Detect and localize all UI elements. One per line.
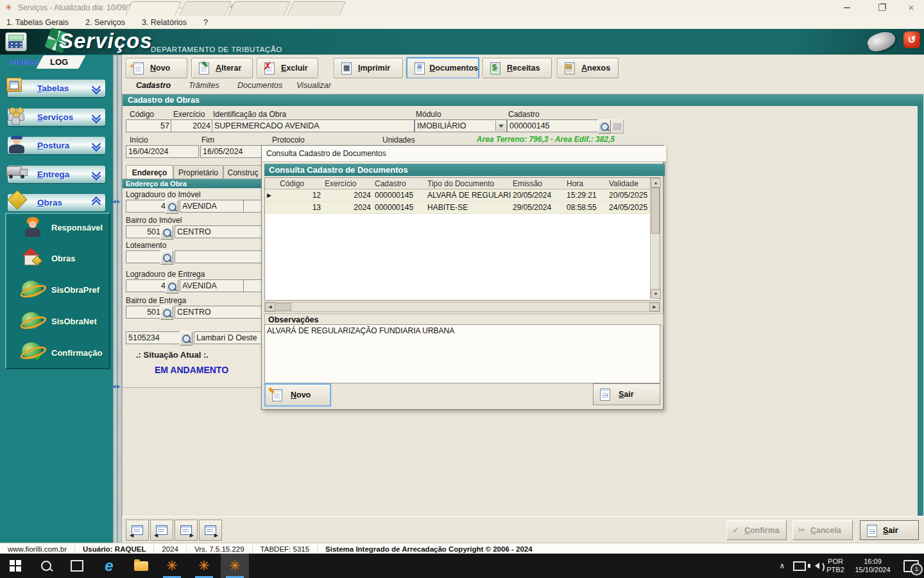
nav-previous-button[interactable]: ◀ [150, 520, 173, 541]
sidebar-item-responsavel[interactable]: Responsável [5, 215, 108, 240]
splitter-bar[interactable]: ▶ ▶ [117, 55, 122, 544]
scroll-left-icon[interactable]: ◀ [265, 302, 275, 311]
logradouro-imovel-search-button[interactable] [166, 200, 178, 214]
scrollbar-thumb[interactable] [651, 188, 660, 234]
close-button[interactable]: × [897, 0, 924, 15]
dialog-novo-button[interactable]: ✎ Novo [264, 383, 331, 407]
splitter-arrow-icon[interactable]: ▶ [117, 384, 120, 389]
network-tray-icon[interactable] [791, 554, 809, 578]
logradouro-imovel-cod-field[interactable]: 4 [126, 200, 168, 213]
language-indicator[interactable]: POR PTB2 [823, 554, 848, 578]
logradouro-entrega-search-button[interactable] [166, 279, 178, 293]
tab-documentos-label[interactable]: Documentos [237, 81, 282, 90]
bairro-entrega-search-button[interactable] [160, 306, 173, 320]
sidebar-item-postura[interactable]: Postura [8, 137, 105, 154]
cadastro-field[interactable]: 000000145 [507, 119, 601, 132]
loteamento-search-button[interactable] [160, 250, 173, 265]
sidebar-tab-log[interactable]: LOG [50, 57, 68, 67]
documentos-button[interactable]: ≡ Documentos [406, 57, 479, 79]
tray-expand-button[interactable]: ∧ [773, 554, 791, 578]
sidebar-item-obras-sub[interactable]: Obras [5, 245, 108, 271]
tab-tramites-label[interactable]: Trâmites [189, 81, 219, 90]
dialog-title-bar[interactable]: Consulta Cadastro de Documentos [262, 146, 666, 162]
task-view-button[interactable] [63, 554, 91, 578]
splitter-arrow-icon[interactable]: ◀ [112, 384, 116, 389]
app-window-button-2[interactable]: ✳ [190, 554, 218, 578]
tab-visualizar-label[interactable]: Visualizar [296, 81, 331, 90]
cadastro-search-button[interactable] [598, 119, 611, 134]
sidebar-item-servicos[interactable]: Serviços [8, 109, 105, 126]
col-tipo[interactable]: Tipo do Documento [425, 179, 511, 188]
cidade-search-button[interactable] [180, 331, 193, 346]
app-window-button-active[interactable]: ✳ [221, 554, 249, 578]
bairro-entrega-field[interactable]: CENTRO [175, 306, 266, 319]
loteamento-cod-field[interactable] [126, 250, 163, 263]
col-codigo[interactable]: Código [278, 179, 323, 188]
col-cadastro[interactable]: Cadastro [373, 179, 425, 188]
tab-documentos[interactable] [228, 1, 291, 16]
splitter-arrow-icon[interactable]: ◀ [112, 199, 116, 204]
grid-horizontal-scrollbar[interactable]: ◀ ▶ [264, 302, 660, 312]
chevron-down-icon[interactable] [91, 170, 100, 179]
observacoes-textarea[interactable]: ALVARÁ DE REGULARIZAÇÃO FUNDIARIA URBANA [264, 324, 660, 383]
menu-relatorios[interactable]: 3. Relatórios [142, 18, 187, 27]
chevron-up-icon[interactable] [91, 198, 100, 207]
identificacao-field[interactable]: SUPERMERCADO AVENIDA [212, 119, 415, 132]
col-emissao[interactable]: Emissão [511, 179, 565, 188]
sidebar-item-sisobranet[interactable]: SisObraNet [5, 308, 108, 334]
sidebar-item-sisobrapref[interactable]: SisObraPref [5, 277, 108, 302]
exercicio-field[interactable]: 2024 [171, 119, 213, 132]
taskbar-clock[interactable]: 16:09 15/10/2024 [848, 554, 897, 578]
bairro-imovel-cod-field[interactable]: 501 [126, 225, 163, 238]
power-icon[interactable]: ↺ [903, 31, 920, 48]
bairro-entrega-cod-field[interactable]: 501 [126, 306, 163, 319]
restore-button[interactable] [868, 0, 896, 15]
menu-tabelas-gerais[interactable]: 1. Tabelas Gerais [6, 18, 69, 27]
sidebar-item-confirmacao[interactable]: ✓ Confirmação [5, 340, 108, 365]
logradouro-imovel-field[interactable]: AVENIDA [180, 200, 246, 213]
nav-next-button[interactable]: ▶ [175, 520, 198, 541]
col-exercicio[interactable]: Exercício [323, 179, 373, 188]
sidebar-item-tabelas[interactable]: Tabelas [8, 80, 105, 97]
tab-cadastro-label[interactable]: Cadastro [136, 81, 171, 90]
tab-visualizar[interactable] [287, 1, 346, 16]
subtab-construcao[interactable]: Construç [223, 165, 262, 179]
tab-tramites[interactable] [179, 1, 232, 16]
scrollbar-thumb[interactable] [275, 303, 291, 311]
scroll-down-icon[interactable]: ▼ [651, 289, 661, 299]
table-row[interactable]: 13 2024 000000145 HABITE-SE 29/05/2024 0… [265, 202, 660, 214]
modulo-select[interactable]: IMOBILIÁRIO [415, 119, 507, 132]
menu-help[interactable]: ? [203, 18, 208, 27]
table-row[interactable]: ▶ 12 2024 000000145 ALVARÁ DE REGULARIZ … [265, 189, 660, 202]
col-hora[interactable]: Hora [565, 179, 607, 188]
bairro-imovel-search-button[interactable] [160, 225, 173, 240]
novo-button[interactable]: + Novo [126, 58, 187, 78]
nav-last-button[interactable]: ▶ [199, 520, 222, 541]
nav-first-button[interactable]: ◀ [126, 520, 149, 541]
dropdown-arrow-icon[interactable] [495, 121, 506, 131]
sidebar-item-obras[interactable]: Obras [8, 194, 105, 211]
scroll-right-icon[interactable]: ▶ [649, 302, 660, 311]
logradouro-entrega-field[interactable]: AVENIDA [180, 279, 246, 292]
grid-vertical-scrollbar[interactable]: ▲ ▼ [650, 178, 660, 299]
codigo-field[interactable]: 57 [126, 119, 172, 132]
logradouro-entrega-cod-field[interactable]: 4 [126, 279, 168, 292]
splitter-arrow-icon[interactable]: ▶ [117, 199, 120, 204]
menu-servicos[interactable]: 2. Serviços [85, 18, 125, 27]
tab-cadastro[interactable] [125, 1, 182, 16]
receitas-button[interactable]: $ Receitas [483, 58, 552, 78]
dialog-sair-button[interactable]: → Sair [593, 383, 660, 405]
notification-center-button[interactable]: 1 [897, 554, 924, 578]
sidebar-tab-atalhos[interactable]: Atalhos [9, 57, 40, 67]
start-button[interactable] [1, 554, 30, 578]
loteamento-field[interactable] [175, 250, 266, 263]
chevron-down-icon[interactable] [91, 112, 100, 121]
subtab-proprietario[interactable]: Proprietário [173, 165, 223, 179]
sair-button[interactable]: → Sair [860, 520, 919, 540]
anexos-button[interactable]: ✉ Anexos [557, 58, 619, 78]
minimize-button[interactable] [833, 0, 861, 15]
excluir-button[interactable]: ✗ Excluir [257, 58, 318, 78]
sidebar-item-entrega[interactable]: Entrega [8, 166, 105, 183]
inicio-field[interactable]: 16/04/2024 [126, 145, 199, 158]
bairro-imovel-field[interactable]: CENTRO [175, 225, 266, 238]
